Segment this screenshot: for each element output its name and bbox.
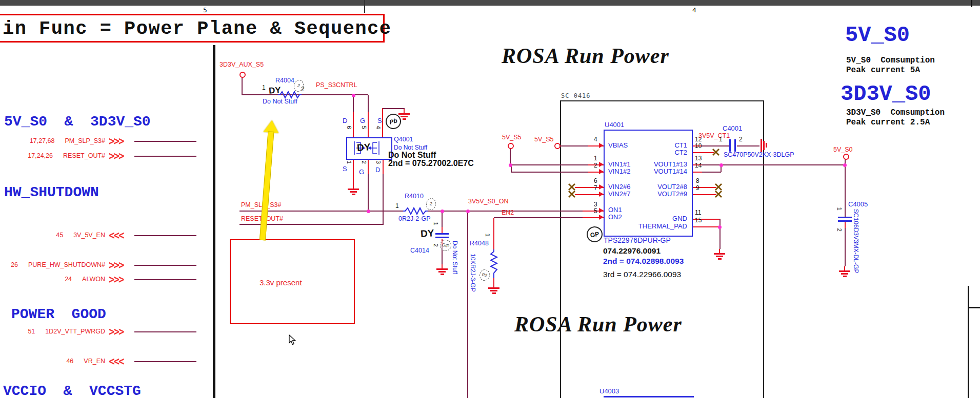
wire [510, 148, 511, 164]
q4001-pin4: 4 [375, 126, 381, 129]
no-connect-x-icon [712, 149, 719, 156]
net-label-5v-s0: 5V_S0 [833, 146, 853, 154]
sheet-border-line [213, 45, 215, 398]
resistor-icon [403, 207, 428, 215]
pin-wire [383, 159, 384, 174]
q4001-2nd-source: 2nd = 075.27002.0E7C [388, 159, 474, 167]
net-label-5v-s5-a: 5V_S5 [502, 134, 522, 141]
ruler-bar [0, 0, 980, 6]
ruler-corner-tick [971, 0, 972, 7]
rail5-peak: Peak current 5A [846, 66, 920, 75]
ruler-zone-4: 4 [692, 6, 696, 14]
r4048-ref: R4048 [470, 240, 489, 247]
stamp-icon: P2 [478, 268, 491, 282]
c4001-value: SC470P50V2KX-3DLGP [724, 152, 794, 159]
net-label-ct1: 3V5V_CT1 [698, 133, 730, 140]
u4001-pin-label: CT2 [636, 149, 687, 156]
u4001-pn1: 074.22976.0091 [603, 247, 661, 255]
capacitor-icon [734, 139, 736, 152]
wire [737, 145, 759, 146]
u4001-pin-label: VOUT2#9 [636, 191, 687, 198]
schematic-canvas: 5 4 in Func = Power Plane & Sequence 5V_… [0, 0, 980, 398]
no-connect-x-icon [715, 183, 722, 191]
pin-number: 5 [594, 208, 597, 214]
pin-wire [692, 172, 702, 173]
port-wire [134, 279, 196, 280]
ground-icon [488, 283, 500, 294]
r4010-value: 0R2J-2-GP [398, 216, 431, 223]
port-name: ALWON [82, 276, 105, 283]
power-terminal-icon [239, 72, 246, 78]
section-hw-shutdown: HW_SHUTDOWN [4, 184, 99, 200]
pin-number: 7 [594, 185, 597, 191]
q4001-top-g: G [360, 117, 365, 124]
port-wire [134, 141, 196, 142]
u4001-pn3: 3rd = 074.22966.0093 [603, 270, 681, 279]
wire [719, 227, 721, 249]
r4004-pin2: 2 [301, 86, 305, 92]
wire [559, 145, 588, 146]
port-wire [134, 235, 196, 236]
c4014-pin1: 1 [432, 222, 438, 225]
pin-wire [382, 108, 383, 138]
function-title: in Func = Power Plane & Sequence [3, 17, 392, 40]
pin-wire [692, 226, 721, 227]
section-vccio: VCCIO & VCCSTG [3, 383, 141, 398]
wire [511, 172, 588, 173]
no-connect-x-icon [568, 183, 575, 191]
wire [242, 94, 368, 95]
q4001-top-s: S [377, 117, 382, 124]
port-pure-hw-shutdown: 26PURE_HW_SHUTDOWN# [0, 262, 105, 268]
port-wire [134, 265, 196, 266]
pin-number: 9 [696, 185, 699, 191]
ground-icon [713, 249, 726, 260]
q4001-pin1: 1 [346, 161, 352, 164]
port-name: PM_SLP_S3# [65, 137, 105, 144]
pin-number: 10 [695, 143, 702, 149]
pin-number: 13 [695, 155, 702, 161]
wire [845, 166, 846, 217]
ground-icon [347, 184, 359, 195]
sc-box-label: SC 0416 [561, 92, 591, 99]
pin-wire [353, 112, 354, 138]
port-pages: 24 [65, 276, 72, 283]
r4004-note: Do Not Stuff [263, 98, 297, 106]
net-label-aux: 3D3V_AUX_S5 [219, 61, 264, 69]
c4001-ref: C4001 [723, 125, 742, 132]
port-pm-slp-s3: 17,27,68PM_SLP_S3# [0, 138, 105, 144]
u4001-pin-label: GND [636, 215, 687, 222]
c4014-ref: C4014 [410, 247, 429, 255]
junction-dot [509, 163, 512, 167]
stamp-icon: G/P [439, 239, 453, 253]
capacitor-icon [838, 220, 852, 222]
ground-icon [436, 264, 448, 275]
r4048-pin1: 1 [484, 234, 490, 237]
wire [702, 172, 721, 173]
port-wire [134, 331, 196, 332]
right-frame-hline [968, 307, 980, 308]
port-vr-en: 46VR_EN [0, 358, 105, 365]
capacitor-icon [838, 217, 852, 218]
wire [845, 228, 846, 266]
q4001-bottom-s: S [343, 165, 347, 173]
section-rails: 5V_S0 & 3D3V_S0 [4, 114, 151, 130]
pin-wire [493, 218, 494, 249]
chevron-out-icon: >>> [109, 150, 123, 161]
section-power-good: POWER GOOD [11, 306, 106, 322]
junction-dot [719, 163, 723, 167]
pin-arrow-icon [599, 169, 604, 174]
port-3v-5v-en: 453V_5V_EN [0, 232, 105, 239]
wire [722, 164, 846, 165]
c4005-value-vertical: SC106D3V3MX-DL-GP [852, 209, 859, 273]
port-pages: 45 [56, 232, 63, 239]
pin-wire [692, 152, 714, 153]
sc-box-top [560, 100, 764, 101]
pin-arrow-icon [599, 143, 604, 148]
wire [353, 95, 354, 112]
power-terminal-icon [843, 154, 849, 160]
pin-arrow-icon [599, 162, 604, 167]
port-name: 3V_5V_EN [73, 232, 105, 239]
q4001-pin2: 2 [361, 161, 367, 164]
q4001-bottom-g: G [359, 169, 364, 176]
power-terminal-icon [554, 143, 561, 149]
